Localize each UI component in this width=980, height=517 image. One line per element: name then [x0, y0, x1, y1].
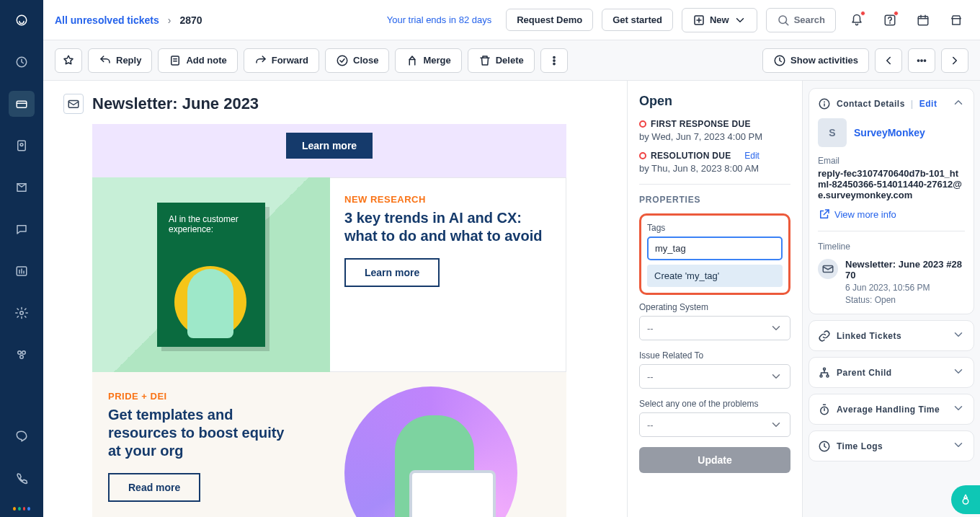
svg-rect-24: [68, 101, 79, 108]
nav-analytics-icon[interactable]: [9, 258, 35, 284]
nav-chat-icon[interactable]: [9, 216, 35, 242]
read-more-button[interactable]: Read more: [108, 473, 200, 502]
add-note-button[interactable]: Add note: [158, 48, 237, 73]
email-eyebrow: NEW RESEARCH: [344, 194, 551, 205]
learn-more-button[interactable]: Learn more: [286, 133, 373, 159]
contact-name-link[interactable]: SurveyMonkey: [854, 127, 925, 138]
nav-admin-icon[interactable]: [9, 300, 35, 326]
chevron-down-icon: [952, 402, 965, 415]
breadcrumb-ticket-id: 2870: [179, 14, 202, 26]
new-button[interactable]: New: [682, 8, 757, 32]
overflow-button[interactable]: [908, 48, 935, 73]
tags-input[interactable]: [647, 237, 783, 260]
top-bar: All unresolved tickets › 2870 Your trial…: [43, 0, 980, 40]
close-button[interactable]: Close: [325, 48, 389, 73]
help-icon[interactable]: [878, 8, 902, 32]
contact-edit-link[interactable]: Edit: [919, 99, 937, 109]
contact-email: reply-fec3107470640d7b-101_html-82450366…: [818, 168, 965, 200]
svg-point-19: [553, 63, 555, 64]
svg-point-32: [963, 499, 968, 505]
action-bar: Reply Add note Forward Close Merge Delet…: [43, 40, 980, 81]
nav-tickets-icon[interactable]: [9, 91, 35, 117]
svg-point-23: [924, 59, 925, 61]
chevron-up-icon[interactable]: [952, 96, 965, 111]
email-hero-image: AI in the customer experience:: [92, 177, 330, 372]
time-logs-panel[interactable]: Time Logs: [809, 431, 974, 461]
resolution-edit-link[interactable]: Edit: [744, 151, 760, 161]
email-label: Email: [818, 156, 965, 166]
reply-button[interactable]: Reply: [88, 48, 152, 73]
star-icon: [62, 54, 75, 67]
search-icon: [777, 14, 790, 27]
trash-icon: [478, 54, 491, 67]
left-nav: [0, 0, 43, 517]
view-more-link[interactable]: View more info: [818, 208, 965, 221]
chevron-down-icon: [952, 438, 965, 451]
svg-point-6: [20, 311, 24, 315]
more-actions-button[interactable]: [540, 48, 568, 73]
parent-child-panel[interactable]: Parent Child: [809, 358, 974, 387]
request-demo-button[interactable]: Request Demo: [506, 9, 593, 31]
chevron-down-icon: [770, 370, 783, 383]
aht-panel[interactable]: Average Handling Time: [809, 394, 974, 424]
delete-button[interactable]: Delete: [468, 48, 535, 73]
more-horizontal-icon: [915, 54, 928, 67]
status-label: Open: [639, 94, 790, 109]
chevron-down-icon: [734, 14, 747, 27]
notifications-icon[interactable]: [845, 8, 869, 32]
issue-select[interactable]: --: [639, 364, 790, 389]
tags-label: Tags: [647, 223, 783, 233]
problems-select[interactable]: --: [639, 412, 790, 437]
nav-solutions-icon[interactable]: [9, 174, 35, 200]
nav-more-dots[interactable]: [13, 507, 30, 511]
envelope-icon: [63, 94, 84, 114]
star-button[interactable]: [55, 48, 82, 73]
svg-point-8: [22, 351, 26, 355]
stopwatch-icon: [818, 403, 831, 416]
create-tag-option[interactable]: Create 'my_tag': [647, 265, 783, 287]
freddy-fab-icon[interactable]: [951, 485, 980, 514]
clock-icon: [773, 54, 786, 67]
prev-button[interactable]: [875, 48, 902, 73]
resolution-time: by Thu, Jun 8, 2023 8:00 AM: [639, 163, 790, 174]
breadcrumb-parent[interactable]: All unresolved tickets: [55, 14, 159, 26]
nav-help-icon[interactable]: [9, 423, 35, 449]
nav-contacts-icon[interactable]: [9, 133, 35, 159]
svg-point-4: [20, 143, 23, 146]
chevron-right-icon: [948, 54, 961, 67]
nav-phone-icon[interactable]: [9, 465, 35, 491]
merge-button[interactable]: Merge: [395, 48, 461, 73]
timeline-title[interactable]: Newsletter: June 2023 #2870: [845, 259, 965, 280]
search-button[interactable]: Search: [766, 8, 836, 32]
external-link-icon: [818, 208, 831, 221]
nav-dashboard-icon[interactable]: [9, 49, 35, 75]
nav-team-icon[interactable]: [9, 342, 35, 368]
tags-dropdown: Create 'my_tag': [647, 265, 783, 287]
sla-dot-icon: [639, 120, 646, 128]
timeline-label: Timeline: [818, 242, 965, 252]
app-logo-icon[interactable]: [9, 7, 35, 33]
forward-button[interactable]: Forward: [244, 48, 319, 73]
get-started-button[interactable]: Get started: [602, 9, 673, 31]
pride-eyebrow: PRIDE + DEI: [108, 391, 285, 402]
first-response-time: by Wed, Jun 7, 2023 4:00 PM: [639, 131, 790, 142]
avatar: S: [818, 118, 847, 147]
forward-icon: [254, 54, 267, 67]
svg-point-13: [890, 22, 891, 23]
next-button[interactable]: [941, 48, 968, 73]
merge-icon: [406, 54, 419, 67]
svg-point-22: [921, 59, 922, 61]
learn-more-outline-button[interactable]: Learn more: [344, 258, 440, 287]
chevron-right-icon: ›: [168, 14, 172, 26]
right-panel: Contact Details | Edit S SurveyMonkey Em…: [802, 81, 980, 517]
svg-rect-2: [17, 101, 27, 107]
email-pride-image: [301, 372, 566, 517]
update-button[interactable]: Update: [639, 447, 790, 473]
show-activities-button[interactable]: Show activities: [762, 48, 869, 73]
ticket-content: Newsletter: June 2023 Learn more AI in t…: [43, 81, 627, 517]
os-select[interactable]: --: [639, 316, 790, 340]
marketplace-icon[interactable]: [944, 8, 968, 32]
svg-rect-14: [918, 16, 928, 25]
calendar-icon[interactable]: [911, 8, 935, 32]
linked-tickets-panel[interactable]: Linked Tickets: [809, 321, 974, 350]
